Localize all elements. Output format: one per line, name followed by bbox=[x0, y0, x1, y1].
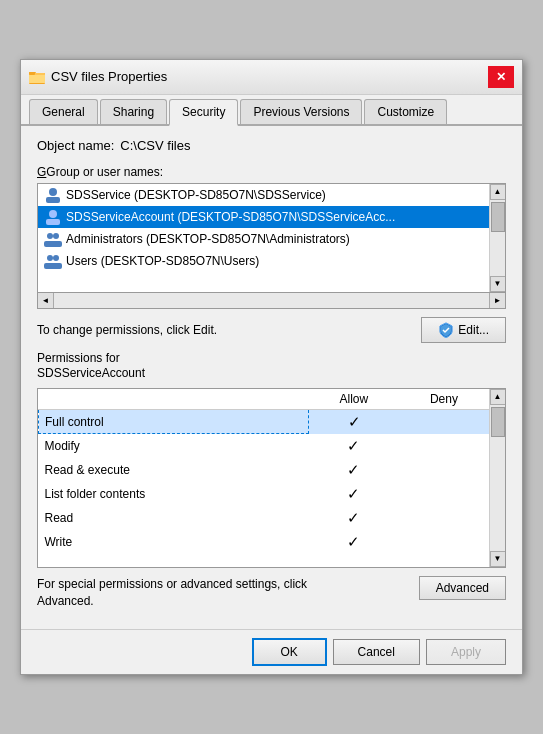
svg-point-12 bbox=[47, 255, 53, 261]
svg-point-5 bbox=[49, 188, 57, 196]
ok-button[interactable]: OK bbox=[252, 638, 327, 666]
svg-rect-14 bbox=[44, 263, 62, 269]
user-item[interactable]: SDSService (DESKTOP-SD85O7N\SDSService) bbox=[38, 184, 489, 206]
user-item-label: Users (DESKTOP-SD85O7N\Users) bbox=[66, 254, 259, 268]
permission-row[interactable]: List folder contents ✓ bbox=[39, 482, 490, 506]
permission-row[interactable]: Full control ✓ bbox=[39, 409, 490, 434]
permissions-scrollbar[interactable]: ▲ ▼ bbox=[489, 389, 505, 567]
permission-row[interactable]: Modify ✓ bbox=[39, 434, 490, 458]
edit-button-label: Edit... bbox=[458, 323, 489, 337]
hscroll-track bbox=[54, 293, 489, 308]
permissions-header: Permissions for SDSServiceAccount bbox=[37, 351, 506, 382]
user-icon bbox=[44, 187, 62, 203]
user-item[interactable]: Users (DESKTOP-SD85O7N\Users) bbox=[38, 250, 489, 272]
advanced-row: For special permissions or advanced sett… bbox=[37, 576, 506, 610]
apply-button[interactable]: Apply bbox=[426, 639, 506, 665]
user-item[interactable]: Administrators (DESKTOP-SD85O7N\Administ… bbox=[38, 228, 489, 250]
svg-rect-8 bbox=[46, 219, 60, 225]
svg-point-10 bbox=[53, 233, 59, 239]
permission-allow: ✓ bbox=[309, 482, 399, 506]
tab-previous-versions[interactable]: Previous Versions bbox=[240, 99, 362, 124]
permission-deny bbox=[399, 409, 489, 434]
svg-rect-11 bbox=[44, 241, 62, 247]
scroll-thumb[interactable] bbox=[491, 202, 505, 232]
permission-deny bbox=[399, 530, 489, 554]
permission-deny bbox=[399, 506, 489, 530]
cancel-button[interactable]: Cancel bbox=[333, 639, 420, 665]
edit-button[interactable]: Edit... bbox=[421, 317, 506, 343]
tab-bar: General Sharing Security Previous Versio… bbox=[21, 95, 522, 126]
title-bar-left: CSV files Properties bbox=[29, 69, 167, 85]
permission-allow: ✓ bbox=[309, 530, 399, 554]
svg-point-9 bbox=[47, 233, 53, 239]
user-list-area: SDSService (DESKTOP-SD85O7N\SDSService) … bbox=[37, 183, 506, 309]
user-item-label: SDSService (DESKTOP-SD85O7N\SDSService) bbox=[66, 188, 326, 202]
object-name-row: Object name: C:\CSV files bbox=[37, 138, 506, 153]
dialog-window: CSV files Properties ✕ General Sharing S… bbox=[20, 59, 523, 676]
content-area: Object name: C:\CSV files GGroup or user… bbox=[21, 126, 522, 630]
svg-rect-4 bbox=[29, 72, 35, 75]
tab-sharing[interactable]: Sharing bbox=[100, 99, 167, 124]
user-item-label: Administrators (DESKTOP-SD85O7N\Administ… bbox=[66, 232, 350, 246]
object-name-label: Object name: bbox=[37, 138, 114, 153]
perm-scroll-thumb[interactable] bbox=[491, 407, 505, 437]
svg-point-13 bbox=[53, 255, 59, 261]
permission-allow: ✓ bbox=[309, 434, 399, 458]
col-allow-header: Allow bbox=[309, 389, 399, 410]
col-name-header bbox=[39, 389, 309, 410]
permission-name: Read bbox=[39, 506, 309, 530]
permission-row[interactable]: Read & execute ✓ bbox=[39, 458, 490, 482]
permission-allow: ✓ bbox=[309, 409, 399, 434]
permission-name: List folder contents bbox=[39, 482, 309, 506]
svg-point-7 bbox=[49, 210, 57, 218]
perm-scroll-up[interactable]: ▲ bbox=[490, 389, 506, 405]
permission-name: Modify bbox=[39, 434, 309, 458]
edit-row: To change permissions, click Edit. Edit.… bbox=[37, 317, 506, 343]
permissions-for-label: Permissions for SDSServiceAccount bbox=[37, 351, 506, 382]
permissions-table-container: Allow Deny Full control ✓ Modify ✓ bbox=[37, 388, 506, 568]
user-list-scrollbar[interactable]: ▲ ▼ bbox=[489, 184, 505, 292]
user-icon bbox=[44, 209, 62, 225]
advanced-message: For special permissions or advanced sett… bbox=[37, 576, 317, 610]
group-section-label: GGroup or user names: bbox=[37, 165, 506, 179]
hscroll-bar: ◄ ► bbox=[37, 293, 506, 309]
scroll-down-arrow[interactable]: ▼ bbox=[490, 276, 506, 292]
folder-icon bbox=[29, 69, 45, 85]
scroll-track bbox=[490, 200, 505, 276]
object-name-value: C:\CSV files bbox=[120, 138, 190, 153]
title-bar: CSV files Properties ✕ bbox=[21, 60, 522, 95]
permission-allow: ✓ bbox=[309, 506, 399, 530]
svg-rect-6 bbox=[46, 197, 60, 203]
users-icon bbox=[44, 231, 62, 247]
permission-deny bbox=[399, 482, 489, 506]
permission-row[interactable]: Write ✓ bbox=[39, 530, 490, 554]
permissions-table-area: Allow Deny Full control ✓ Modify ✓ bbox=[37, 388, 506, 568]
permission-row[interactable]: Read ✓ bbox=[39, 506, 490, 530]
permission-name: Write bbox=[39, 530, 309, 554]
close-button[interactable]: ✕ bbox=[488, 66, 514, 88]
users-icon bbox=[44, 253, 62, 269]
tab-general[interactable]: General bbox=[29, 99, 98, 124]
permission-deny bbox=[399, 434, 489, 458]
hscroll-left-arrow[interactable]: ◄ bbox=[38, 293, 54, 308]
tab-security[interactable]: Security bbox=[169, 99, 238, 126]
user-list-inner: SDSService (DESKTOP-SD85O7N\SDSService) … bbox=[38, 184, 489, 292]
advanced-button[interactable]: Advanced bbox=[419, 576, 506, 600]
perm-scroll-track bbox=[490, 405, 505, 551]
tab-customize[interactable]: Customize bbox=[364, 99, 447, 124]
dialog-footer: OK Cancel Apply bbox=[21, 629, 522, 674]
perm-scroll-down[interactable]: ▼ bbox=[490, 551, 506, 567]
col-deny-header: Deny bbox=[399, 389, 489, 410]
user-list-container[interactable]: SDSService (DESKTOP-SD85O7N\SDSService) … bbox=[37, 183, 506, 293]
permission-allow: ✓ bbox=[309, 458, 399, 482]
permission-deny bbox=[399, 458, 489, 482]
hscroll-right-arrow[interactable]: ► bbox=[489, 293, 505, 308]
user-item[interactable]: SDSServiceAccount (DESKTOP-SD85O7N\SDSSe… bbox=[38, 206, 489, 228]
permissions-table: Allow Deny Full control ✓ Modify ✓ bbox=[38, 389, 489, 554]
scroll-up-arrow[interactable]: ▲ bbox=[490, 184, 506, 200]
permission-name: Read & execute bbox=[39, 458, 309, 482]
edit-message: To change permissions, click Edit. bbox=[37, 323, 217, 337]
permission-name: Full control bbox=[39, 409, 309, 434]
shield-icon bbox=[438, 322, 454, 338]
dialog-title: CSV files Properties bbox=[51, 69, 167, 84]
